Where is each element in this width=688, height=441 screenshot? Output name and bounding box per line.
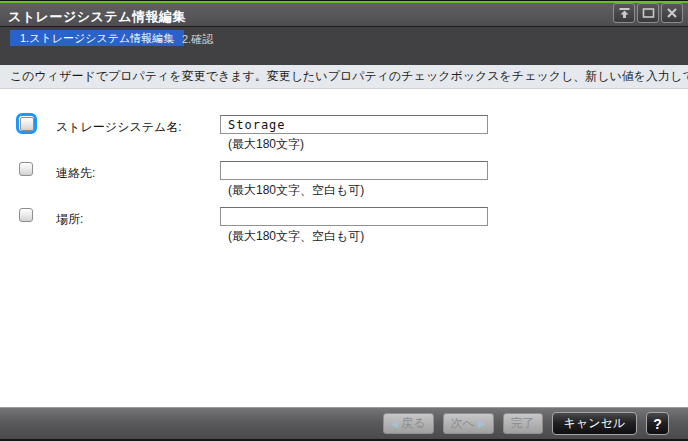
storage-name-label: ストレージシステム名:: [56, 119, 182, 136]
storage-name-input[interactable]: [220, 115, 488, 134]
location-hint: (最大180文字、空白も可): [228, 228, 364, 245]
storage-name-hint: (最大180文字): [228, 136, 304, 153]
next-button-label: 次へ: [451, 415, 475, 432]
close-icon: [666, 7, 678, 19]
dialog-window: ストレージシステム情報編集: [0, 0, 688, 441]
float-window-button[interactable]: [613, 3, 635, 23]
finish-button-label: 完了: [511, 415, 535, 432]
back-button-label: 戻る: [401, 415, 425, 432]
contact-checkbox[interactable]: [19, 162, 33, 176]
finish-button[interactable]: 完了: [503, 413, 543, 434]
dialog-title: ストレージシステム情報編集: [8, 8, 186, 26]
field-row-storage-name: ストレージシステム名: (最大180文字): [0, 110, 688, 156]
window-controls: [613, 3, 683, 23]
instruction-text: このウィザードでプロパティを変更できます。変更したいプロパティのチェックボックス…: [0, 65, 688, 89]
checkbox-box: [20, 117, 34, 131]
wizard-step-1-active: 1.ストレージシステム情報編集: [10, 30, 184, 46]
next-button[interactable]: 次へ ▶: [443, 413, 494, 434]
title-bar: ストレージシステム情報編集: [0, 0, 688, 27]
contact-hint: (最大180文字、空白も可): [228, 182, 364, 199]
location-input[interactable]: [220, 207, 488, 226]
location-checkbox[interactable]: [19, 208, 33, 222]
maximize-icon: [642, 7, 655, 19]
contact-label: 連絡先:: [56, 165, 95, 182]
help-icon: ?: [653, 416, 662, 432]
next-arrow-icon: ▶: [478, 418, 486, 429]
footer-button-bar: ◀ 戻る 次へ ▶ 完了 キャンセル ?: [0, 407, 688, 441]
location-label: 場所:: [56, 211, 83, 228]
cancel-button[interactable]: キャンセル: [552, 412, 637, 435]
field-row-contact: 連絡先: (最大180文字、空白も可): [0, 156, 688, 202]
close-button[interactable]: [661, 3, 683, 23]
wizard-step-separator: >: [166, 32, 172, 44]
float-window-icon: [618, 7, 631, 19]
help-button[interactable]: ?: [646, 412, 669, 435]
maximize-button[interactable]: [637, 3, 659, 23]
contact-input[interactable]: [220, 161, 488, 180]
storage-name-checkbox[interactable]: [16, 113, 37, 134]
back-button[interactable]: ◀ 戻る: [383, 413, 434, 434]
cancel-button-label: キャンセル: [564, 415, 625, 432]
field-row-location: 場所: (最大180文字、空白も可): [0, 202, 688, 248]
wizard-steps-bar: 1.ストレージシステム情報編集 > 2.確認: [0, 27, 688, 65]
wizard-step-2: 2.確認: [182, 32, 213, 47]
back-arrow-icon: ◀: [391, 418, 399, 429]
